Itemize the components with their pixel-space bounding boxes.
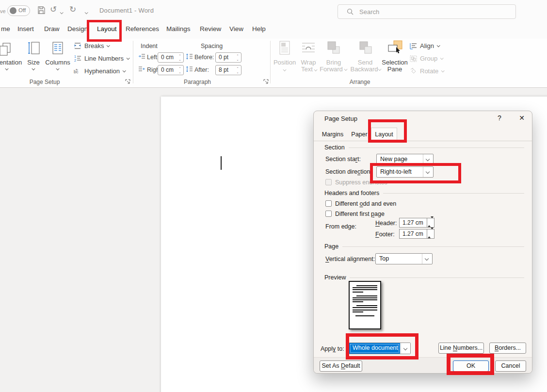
footer-distance-label: Footer:: [375, 231, 395, 238]
set-as-default-button[interactable]: Set As Default: [320, 360, 362, 372]
spacing-after-label: After:: [194, 66, 209, 73]
position-label[interactable]: Position: [274, 59, 296, 66]
spin-up-icon[interactable]: ⌃: [177, 67, 182, 70]
size-icon[interactable]: [28, 41, 40, 56]
rotate-label: Rotate: [420, 67, 438, 75]
close-icon[interactable]: ✕: [516, 114, 527, 122]
dialog-tab-paper[interactable]: Paper: [348, 129, 371, 141]
size-label[interactable]: Size: [27, 59, 39, 66]
group-icon: [410, 55, 417, 62]
spin-down-icon[interactable]: ⌄: [235, 59, 240, 61]
tab-home-fragment[interactable]: me: [1, 25, 10, 33]
align-label: Align: [420, 42, 434, 49]
vertical-alignment-select[interactable]: Top: [375, 253, 433, 264]
line-numbers-button[interactable]: 12 Line Numbers: [74, 55, 129, 62]
cancel-button[interactable]: Cancel: [495, 360, 526, 372]
apply-to-label: Apply to:: [321, 345, 344, 352]
customize-qat-icon[interactable]: [85, 8, 87, 18]
columns-icon[interactable]: [51, 41, 64, 56]
save-icon[interactable]: [37, 6, 46, 15]
tab-view[interactable]: View: [229, 25, 243, 33]
wrap-text-label-2[interactable]: Text: [301, 65, 313, 73]
group-label: Group: [420, 55, 437, 62]
spacing-after-icon: [186, 66, 193, 72]
indent-left-input[interactable]: 0 cm ⌃⌄: [158, 52, 184, 63]
spacing-after-input[interactable]: 8 pt ⌃⌄: [215, 65, 241, 75]
tab-strip-divider: [314, 141, 532, 141]
preview-page-thumbnail: [349, 281, 381, 329]
paragraph-dialog-launcher[interactable]: [263, 79, 269, 85]
search-input[interactable]: Search: [338, 4, 516, 19]
group-button[interactable]: Group: [410, 55, 443, 62]
spin-up-icon[interactable]: ⌃: [177, 55, 182, 57]
page-group-header: Page: [324, 243, 524, 250]
spacing-before-label: Before:: [194, 54, 214, 61]
breaks-button[interactable]: Breaks: [74, 42, 109, 49]
bring-forward-label-2[interactable]: Forward: [320, 65, 343, 73]
spin-up-icon[interactable]: ⌃: [235, 55, 240, 57]
different-first-page-checkbox[interactable]: [325, 211, 332, 217]
orientation-icon[interactable]: [0, 43, 13, 56]
breaks-icon: [74, 42, 81, 49]
tab-mailings[interactable]: Mailings: [166, 25, 191, 33]
from-edge-label: From edge:: [325, 223, 356, 230]
dialog-tab-margins[interactable]: Margins: [318, 129, 348, 141]
hyphenation-button[interactable]: bca- Hyphenation: [74, 67, 125, 75]
rotate-icon: [410, 68, 417, 75]
indent-right-icon: [138, 66, 145, 72]
tab-draw[interactable]: Draw: [44, 25, 60, 33]
spin-up-icon[interactable]: ⌃: [235, 67, 240, 70]
orientation-label-fragment[interactable]: entation: [0, 59, 22, 66]
tab-help[interactable]: Help: [252, 25, 266, 33]
suppress-endnotes-checkbox[interactable]: [325, 179, 332, 185]
page-setup-dialog-launcher[interactable]: [125, 79, 131, 85]
section-group-header: Section: [324, 144, 524, 151]
tab-insert[interactable]: Insert: [17, 25, 34, 33]
different-odd-even-checkbox[interactable]: [325, 200, 332, 207]
autosave-state: Off: [18, 7, 26, 13]
annotation-box-ok: [447, 354, 494, 375]
spin-down-icon[interactable]: ⌄: [177, 71, 182, 74]
paragraph-group-label: Paragraph: [184, 79, 211, 85]
help-icon[interactable]: ?: [494, 114, 505, 122]
bring-forward-label-1[interactable]: Bring: [326, 59, 341, 66]
autosave-toggle[interactable]: Off: [7, 5, 30, 16]
columns-label[interactable]: Columns: [45, 59, 70, 66]
chevron-down-icon[interactable]: [422, 254, 432, 264]
selection-pane-label-2[interactable]: Pane: [387, 65, 402, 73]
wrap-text-label-1[interactable]: Wrap: [301, 59, 316, 66]
header-distance-label: Header:: [375, 220, 397, 227]
undo-icon[interactable]: ↺: [50, 4, 57, 15]
send-backward-label-1[interactable]: Send: [358, 59, 372, 66]
spinner-arrows-icon[interactable]: [427, 218, 434, 227]
document-title: Document1 - Word: [99, 7, 154, 14]
indent-right-input[interactable]: 0 cm ⌃⌄: [158, 65, 184, 75]
header-distance-input[interactable]: 1.27 cm: [399, 218, 434, 228]
tab-design[interactable]: Design: [67, 25, 88, 33]
send-backward-label-2[interactable]: Backward: [350, 65, 378, 73]
rotate-button[interactable]: Rotate: [410, 67, 444, 75]
borders-button[interactable]: Borders...: [489, 343, 526, 354]
search-icon: [347, 8, 354, 15]
spin-down-icon[interactable]: ⌄: [177, 59, 182, 61]
indent-left-icon: [138, 53, 145, 60]
selection-pane-icon: [388, 40, 402, 55]
line-numbers-dialog-button[interactable]: Line Numbers...: [438, 343, 484, 354]
spacing-before-input[interactable]: 0 pt ⌃⌄: [215, 52, 241, 63]
section-direction-label: Section direction:: [325, 168, 372, 175]
title-bar: ve Off ↺ ↻ Document1 - Word Search: [0, 0, 547, 21]
selection-pane-label-1[interactable]: Selection: [382, 59, 407, 66]
svg-text:a-: a-: [76, 68, 78, 71]
align-chevron-icon: [437, 44, 440, 47]
different-first-page-label: Different first page: [335, 211, 385, 217]
tab-review[interactable]: Review: [200, 25, 221, 33]
align-button[interactable]: Align: [410, 42, 439, 49]
redo-icon[interactable]: ↻: [69, 4, 76, 15]
undo-dropdown-icon[interactable]: [60, 8, 63, 18]
send-backward-icon: [359, 41, 372, 54]
word-window: ve Off ↺ ↻ Document1 - Word Search me In…: [0, 0, 547, 392]
spin-down-icon[interactable]: ⌄: [235, 71, 240, 74]
footer-distance-input[interactable]: 1.27 cm: [399, 229, 434, 239]
spinner-arrows-icon[interactable]: [427, 229, 434, 238]
tab-references[interactable]: References: [126, 25, 159, 33]
